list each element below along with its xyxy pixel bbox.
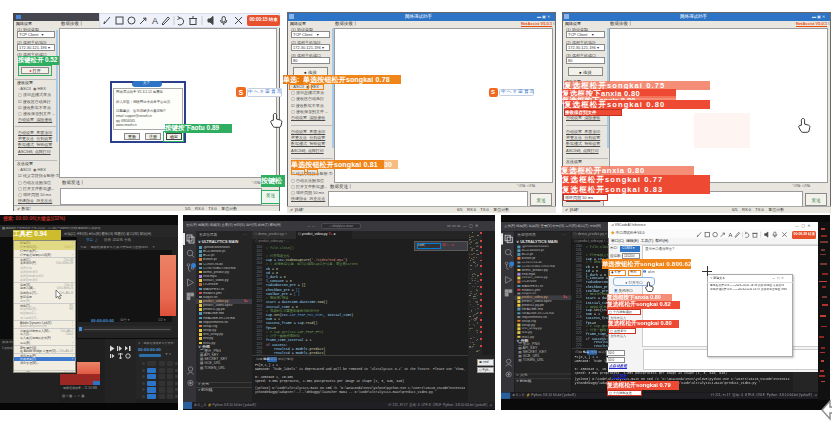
svg-text:A: A (152, 16, 158, 26)
svg-text:A: A (728, 231, 732, 237)
